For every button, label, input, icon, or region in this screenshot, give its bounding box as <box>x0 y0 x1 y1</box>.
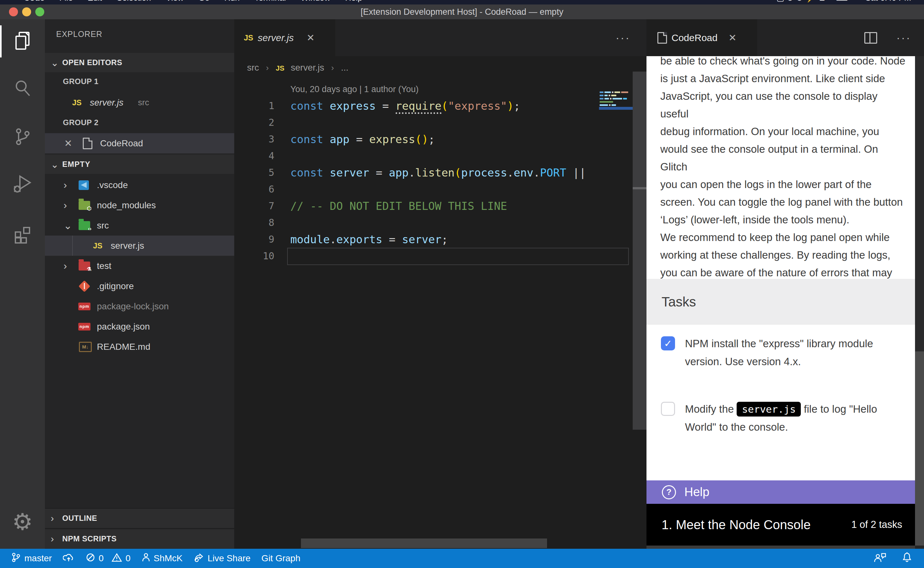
code-line[interactable]: 9module.exports = server; <box>234 231 647 248</box>
menu-item-view[interactable]: View <box>166 0 184 3</box>
menu-item-terminal[interactable]: Terminal <box>255 0 286 3</box>
extensions-activity-button[interactable] <box>0 216 45 252</box>
code-line[interactable]: 6 <box>234 181 647 198</box>
outline-section-header[interactable]: › OUTLINE <box>45 508 234 528</box>
editor-scrollbar[interactable] <box>633 71 647 430</box>
settings-gear-button[interactable]: ⚙ <box>0 504 45 540</box>
code-line[interactable]: 2 <box>234 114 647 131</box>
folder-section-header[interactable]: ⌄ EMPTY <box>45 155 234 174</box>
codelens-annotation[interactable]: You, 20 days ago | 1 author (You) <box>290 82 419 96</box>
code-line[interactable]: 4 <box>234 148 647 164</box>
open-editors-section-header[interactable]: ⌄ OPEN EDITORS <box>45 53 234 72</box>
menu-item-go[interactable]: Go <box>199 0 210 3</box>
close-icon[interactable]: ✕ <box>307 32 315 43</box>
horizontal-scrollbar[interactable] <box>301 538 547 548</box>
npm-icon: npm <box>78 303 90 310</box>
editor-group-2-label: GROUP 2 <box>63 113 98 132</box>
tree-item-package-json[interactable]: npm package.json <box>45 316 234 337</box>
chevron-right-icon: › <box>63 199 67 211</box>
menu-item-edit[interactable]: Edit <box>87 0 102 3</box>
coderoad-webview: be able to check what's going on in your… <box>647 56 915 549</box>
menubar-status-icons[interactable]: ▢ ⊙ ⊘ ⚡ ▲ ⌁ ⌨ <box>776 0 848 3</box>
git-graph-button[interactable]: Git Graph <box>261 553 300 563</box>
tree-item-test[interactable]: › ⚗ test <box>45 256 234 276</box>
tree-item-label: package.json <box>97 322 150 332</box>
live-share-button[interactable]: Live Share <box>193 552 250 565</box>
breadcrumb-symbol[interactable]: ... <box>341 63 348 73</box>
breadcrumb-file[interactable]: server.js <box>291 63 324 73</box>
task1-checkbox-checked[interactable]: ✓ <box>661 336 675 350</box>
panel-tab-bar: CodeRoad ✕ ··· <box>647 19 924 56</box>
chevron-down-icon: ⌄ <box>63 219 72 232</box>
lesson-title: 1. Meet the Node Console <box>662 518 811 532</box>
menu-item-help[interactable]: Help <box>345 0 362 3</box>
task2-checkbox-unchecked[interactable] <box>661 402 675 416</box>
bell-icon[interactable] <box>901 551 912 565</box>
menu-item-file[interactable]: File <box>59 0 73 3</box>
panel-bottom-strip <box>647 545 915 549</box>
source-control-activity-button[interactable] <box>0 119 45 155</box>
tree-item-package-lock[interactable]: npm package-lock.json <box>45 296 234 316</box>
open-editor-coderoad[interactable]: ✕ CodeRoad <box>45 133 234 153</box>
menubar-clock[interactable]: Sat 6:40 PM <box>865 0 911 3</box>
editor-actions-more-button[interactable]: ··· <box>616 19 630 56</box>
tasks-section-header: Tasks <box>647 279 915 325</box>
tree-item-gitignore[interactable]: .gitignore <box>45 276 234 296</box>
indent-guide <box>72 236 73 256</box>
panel-scrollbar-track[interactable] <box>915 56 924 351</box>
feedback-icon[interactable] <box>873 551 886 565</box>
run-debug-activity-button[interactable] <box>0 166 45 202</box>
activity-bar: ⚙ <box>0 19 45 549</box>
node-modules-folder-icon: ⬡ <box>78 201 90 210</box>
sync-changes-button[interactable] <box>63 552 74 565</box>
help-bar[interactable]: ? Help <box>647 480 915 504</box>
tab-serverjs[interactable]: JS server.js ✕ <box>234 19 335 56</box>
code-line[interactable]: 1const express = require("express"); <box>234 98 647 114</box>
breadcrumb[interactable]: src › JS server.js › ... <box>234 56 647 79</box>
tab-coderoad[interactable]: CodeRoad ✕ <box>647 19 757 56</box>
code-line[interactable]: 5const server = app.listen(process.env.P… <box>234 164 647 181</box>
tree-item-readme[interactable]: M↓ README.md <box>45 337 234 357</box>
code-line[interactable]: 8 <box>234 215 647 231</box>
open-editor-serverjs[interactable]: JS server.js src <box>45 92 234 113</box>
task-progress-badge: 1 of 2 tasks <box>851 519 902 530</box>
extensions-icon <box>12 223 33 245</box>
chevron-down-icon: ⌄ <box>51 57 62 68</box>
code-line[interactable]: 3const app = express(); <box>234 131 647 148</box>
explorer-activity-button[interactable] <box>0 23 45 59</box>
editor-tab-bar: JS server.js ✕ ··· <box>234 19 647 56</box>
coderoad-panel-group: CodeRoad ✕ ··· be able to check what's g… <box>647 19 924 549</box>
minimap[interactable] <box>599 71 633 109</box>
breadcrumb-folder[interactable]: src <box>247 63 259 73</box>
git-branch-status[interactable]: master <box>11 552 52 565</box>
chevron-right-icon: › <box>51 533 62 544</box>
js-file-icon: JS <box>244 33 253 42</box>
menu-item-code[interactable]: Code <box>24 0 45 3</box>
search-icon <box>12 78 33 100</box>
account-status[interactable]: ShMcK <box>142 552 182 565</box>
menu-item-window[interactable]: Window <box>301 0 330 3</box>
panel-scrollbar-thumb[interactable] <box>915 351 924 545</box>
menu-item-selection[interactable]: Selection <box>117 0 151 3</box>
search-activity-button[interactable] <box>0 71 45 107</box>
npm-scripts-section-header[interactable]: › NPM SCRIPTS <box>45 529 234 548</box>
vscode-window: Code File Edit Selection View Go Run Ter… <box>0 0 924 568</box>
split-editor-icon[interactable] <box>864 32 877 44</box>
lesson-footer-bar[interactable]: 1. Meet the Node Console 1 of 2 tasks <box>647 504 915 545</box>
task2-text-line1: Modify the server.js file to log "Hello <box>685 400 906 418</box>
code-line-current[interactable]: 10 <box>234 248 647 264</box>
tree-item-label: src <box>97 221 109 231</box>
menu-item-run[interactable]: Run <box>224 0 240 3</box>
code-line[interactable]: 7// -- DO NOT EDIT BELOW THIS LINE <box>234 198 647 215</box>
close-icon[interactable]: ✕ <box>64 137 72 149</box>
problems-status[interactable]: 0 0 <box>85 552 131 565</box>
tree-item-vscode[interactable]: › .vscode <box>45 175 234 195</box>
tree-item-node-modules[interactable]: › ⬡ node_modules <box>45 195 234 215</box>
minimap-current-line <box>599 107 633 110</box>
open-editor-label: server.js <box>90 98 124 108</box>
tree-item-src[interactable]: ⌄ ‹› src <box>45 215 234 236</box>
panel-more-actions-button[interactable]: ··· <box>897 19 911 56</box>
close-icon[interactable]: ✕ <box>728 32 736 43</box>
npm-scripts-label: NPM SCRIPTS <box>62 534 117 543</box>
tree-item-serverjs-selected[interactable]: JS server.js <box>45 236 234 256</box>
